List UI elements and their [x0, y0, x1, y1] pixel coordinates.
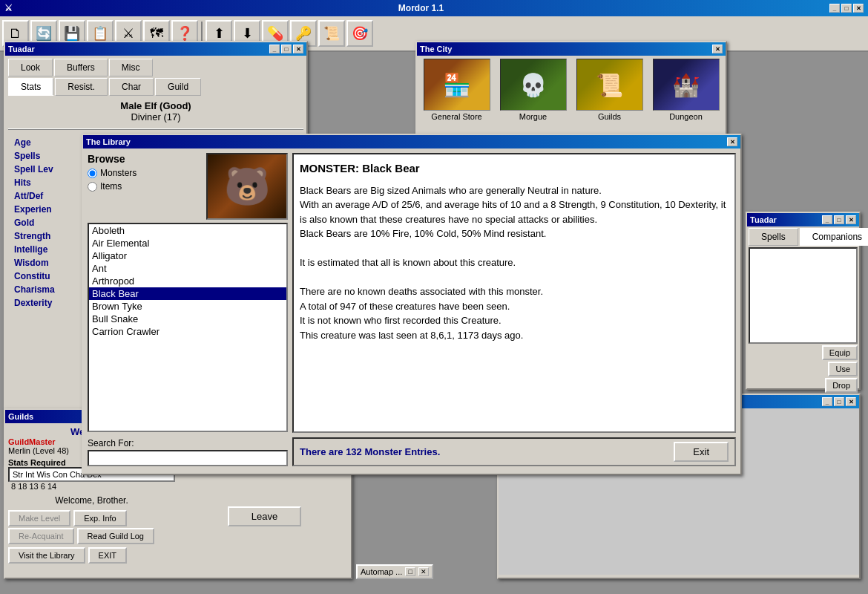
exit-guild-btn[interactable]: EXIT	[88, 547, 127, 564]
city-grid: 🏪 General Store 💀 Morgue 📜 Guilds 🏰	[417, 56, 726, 124]
tuadar-minimize[interactable]: _	[269, 45, 280, 53]
monster-list[interactable]: Aboleth Air Elemental Alligator Ant Arth…	[88, 223, 288, 432]
dungeon-label: Dungeon	[669, 112, 703, 121]
equip-btn[interactable]: Equip	[822, 345, 858, 360]
monster-image: 🐻	[206, 153, 288, 220]
tab-row-2: Stats Resist. Char Guild	[8, 78, 303, 96]
tuadar-titlebar: Tuadar _ □ ✕	[5, 42, 306, 56]
tuadar-close[interactable]: ✕	[293, 45, 303, 53]
tab-companions[interactable]: Companions	[800, 228, 868, 246]
automap-close[interactable]: ✕	[418, 567, 429, 576]
use-btn[interactable]: Use	[828, 362, 858, 376]
maximize-btn[interactable]: □	[841, 4, 852, 13]
main-window-controls: _ □ ✕	[829, 4, 864, 13]
tab-buffers[interactable]: Buffers	[54, 59, 108, 76]
general-store-image: 🏪	[424, 59, 490, 111]
items-tab-row: Spells Companions	[749, 228, 858, 246]
minimize-btn[interactable]: _	[829, 4, 840, 13]
list-item[interactable]: Bull Snake	[89, 313, 286, 325]
dungeon-image: 🏰	[653, 59, 720, 111]
guilds-image: 📜	[576, 59, 643, 111]
tab-spells[interactable]: Spells	[749, 228, 798, 246]
bear-icon: 🐻	[224, 165, 270, 208]
monster-heading: MONSTER: Black Bear	[300, 160, 729, 177]
tab-look[interactable]: Look	[8, 59, 53, 76]
automap-label: Automap ...	[361, 567, 402, 576]
profession: Diviner (17)	[11, 111, 300, 123]
list-item[interactable]: Brown Tyke	[89, 300, 286, 313]
read-guild-log-btn[interactable]: Read Guild Log	[77, 528, 154, 544]
city-title: The City	[420, 45, 712, 53]
guilds-label: Guilds	[598, 112, 621, 121]
status-minimize[interactable]: _	[822, 397, 832, 406]
leave-btn[interactable]: Leave	[228, 506, 301, 526]
status-maximize[interactable]: □	[834, 397, 844, 406]
tuadar-maximize[interactable]: □	[281, 45, 292, 53]
library-titlebar: The Library ✕	[83, 135, 740, 148]
items-close[interactable]: ✕	[846, 215, 856, 224]
city-general-store[interactable]: 🏪 General Store	[420, 59, 493, 121]
library-title: The Library	[86, 137, 727, 146]
make-level-btn[interactable]: Make Level	[8, 510, 70, 526]
items-minimize[interactable]: _	[822, 215, 832, 224]
re-acquaint-btn[interactable]: Re-Acquaint	[8, 528, 74, 544]
list-item[interactable]: Alligator	[89, 249, 286, 262]
library-content: Browse Monsters Items	[83, 148, 740, 471]
general-store-label: General Store	[431, 112, 481, 121]
main-window: ⚔ Mordor 1.1 _ □ ✕ 🗋 🔄 💾 📋 ⚔ 🗺 ❓ ⬆ ⬇ 💊 🔑…	[0, 0, 868, 594]
items-maximize[interactable]: □	[834, 215, 844, 224]
items-titlebar: Tuadar _ □ ✕	[747, 213, 859, 226]
tab-guild[interactable]: Guild	[155, 78, 201, 96]
automap-btn1[interactable]: □	[405, 567, 415, 576]
toolbar-btn-13[interactable]: 🎯	[346, 20, 373, 47]
library-right-panel: MONSTER: Black Bear Black Bears are Big …	[292, 153, 736, 466]
browse-title: Browse	[88, 153, 137, 165]
morgue-label: Morgue	[519, 112, 547, 121]
main-titlebar: ⚔ Mordor 1.1 _ □ ✕	[0, 0, 868, 16]
close-btn[interactable]: ✕	[853, 4, 864, 13]
char-info: Male Elf (Good) Diviner (17)	[8, 97, 303, 125]
list-item[interactable]: Aboleth	[89, 224, 286, 237]
visit-library-btn[interactable]: Visit the Library	[8, 547, 85, 564]
tab-resist[interactable]: Resist.	[55, 78, 108, 96]
items-title: Tuadar	[750, 215, 777, 224]
city-close[interactable]: ✕	[712, 45, 723, 53]
search-input[interactable]	[88, 450, 288, 466]
radio-monsters[interactable]: Monsters	[88, 168, 137, 178]
list-item[interactable]: Carrion Crawler	[89, 325, 286, 338]
item-list[interactable]	[749, 247, 858, 344]
drop-btn[interactable]: Drop	[825, 378, 858, 393]
race-class: Male Elf (Good)	[11, 100, 300, 111]
guild-action-buttons: Make Level Exp. Info	[8, 510, 175, 526]
list-item[interactable]: Arthropod	[89, 275, 286, 287]
radio-items[interactable]: Items	[88, 181, 137, 192]
search-label: Search For:	[88, 438, 288, 448]
library-left-panel: Browse Monsters Items	[88, 153, 288, 466]
app-icon: ⚔	[4, 3, 13, 13]
morgue-image: 💀	[500, 59, 567, 111]
exit-button[interactable]: Exit	[674, 442, 729, 462]
app-title: Mordor 1.1	[398, 3, 444, 13]
library-footer: There are 132 Monster Entries. Exit	[292, 437, 736, 466]
toolbar-btn-12[interactable]: 📜	[318, 20, 345, 47]
status-close[interactable]: ✕	[846, 397, 856, 406]
library-close[interactable]: ✕	[727, 137, 737, 146]
welcome-message: Welcome, Brother.	[8, 495, 175, 506]
list-item[interactable]: Air Elemental	[89, 237, 286, 249]
city-dungeon[interactable]: 🏰 Dungeon	[649, 59, 723, 121]
tab-misc[interactable]: Misc	[109, 59, 153, 76]
list-item[interactable]: Ant	[89, 262, 286, 275]
tab-char[interactable]: Char	[109, 78, 154, 96]
city-guilds[interactable]: 📜 Guilds	[573, 59, 646, 121]
radio-group: Monsters Items	[88, 168, 137, 192]
exp-info-btn[interactable]: Exp. Info	[73, 510, 126, 526]
city-morgue[interactable]: 💀 Morgue	[496, 59, 570, 121]
library-window: The Library ✕ Browse Monsters	[82, 134, 742, 475]
search-area: Search For:	[88, 438, 288, 466]
automap-bar: Automap ... □ ✕	[356, 564, 433, 579]
footer-status: There are 132 Monster Entries.	[300, 446, 440, 457]
tab-row-1: Look Buffers Misc	[8, 59, 303, 76]
city-titlebar: The City ✕	[417, 42, 726, 56]
list-item-selected[interactable]: Black Bear	[89, 287, 286, 300]
tab-stats[interactable]: Stats	[8, 78, 53, 96]
